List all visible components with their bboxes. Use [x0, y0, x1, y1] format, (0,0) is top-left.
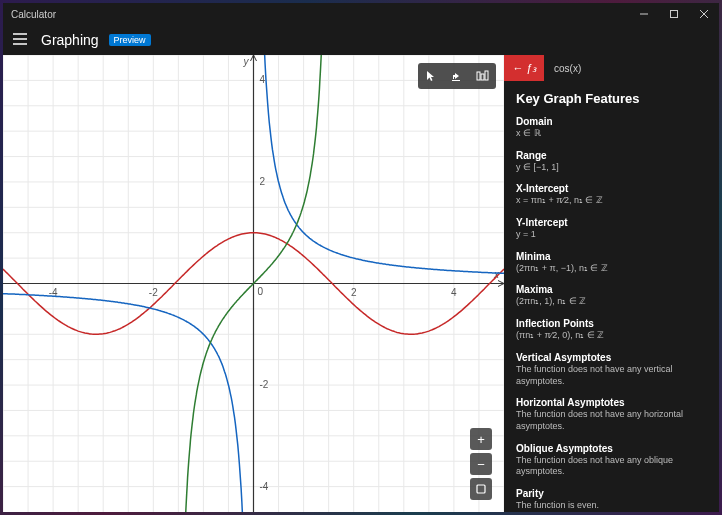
zoom-in-button[interactable]: +	[470, 428, 492, 450]
svg-text:-2: -2	[260, 379, 269, 390]
feature-label: Inflection Points	[516, 318, 707, 329]
graph-canvas[interactable]: -4-224-4-2240yx + −	[3, 55, 504, 512]
titlebar: Calculator	[3, 3, 719, 25]
feature-value: The function does not have any oblique a…	[516, 455, 707, 478]
titlebar-controls	[629, 3, 719, 25]
feature-value: The function is even.	[516, 500, 707, 512]
svg-rect-62	[477, 485, 485, 493]
feature-label: Oblique Asymptotes	[516, 443, 707, 454]
feature-block: Minima(2πn₁ + π, −1), n₁ ∈ ℤ	[516, 251, 707, 275]
feature-block: ParityThe function is even.	[516, 488, 707, 512]
svg-text:-2: -2	[149, 287, 158, 298]
feature-label: Range	[516, 150, 707, 161]
feature-value: x ∈ ℝ	[516, 128, 707, 140]
cursor-tool-button[interactable]	[422, 67, 440, 85]
feature-value: The function does not have any vertical …	[516, 364, 707, 387]
feature-block: Vertical AsymptotesThe function does not…	[516, 352, 707, 387]
feature-value: (πn₁ + π⁄2, 0), n₁ ∈ ℤ	[516, 330, 707, 342]
feature-block: Horizontal AsymptotesThe function does n…	[516, 397, 707, 432]
preview-badge: Preview	[109, 34, 151, 46]
titlebar-title: Calculator	[11, 9, 56, 20]
graph-svg: -4-224-4-2240yx	[3, 55, 504, 512]
menu-button[interactable]	[9, 28, 31, 52]
share-tool-button[interactable]	[448, 67, 466, 85]
feature-block: Y-Intercepty = 1	[516, 217, 707, 241]
svg-text:4: 4	[451, 287, 457, 298]
feature-label: Y-Intercept	[516, 217, 707, 228]
svg-rect-60	[481, 74, 484, 80]
feature-value: x = πn₁ + π⁄2, n₁ ∈ ℤ	[516, 195, 707, 207]
app-window: Calculator Graphing Preview -4-224-4-224…	[3, 3, 719, 512]
svg-rect-1	[671, 11, 678, 18]
zoom-out-button[interactable]: −	[470, 453, 492, 475]
feature-block: Rangey ∈ [−1, 1]	[516, 150, 707, 174]
feature-block: X-Interceptx = πn₁ + π⁄2, n₁ ∈ ℤ	[516, 183, 707, 207]
feature-block: Inflection Points(πn₁ + π⁄2, 0), n₁ ∈ ℤ	[516, 318, 707, 342]
graph-toolbar	[418, 63, 496, 89]
svg-text:y: y	[243, 56, 250, 67]
feature-value: y ∈ [−1, 1]	[516, 162, 707, 174]
back-label: ← ƒ₃	[512, 62, 536, 75]
feature-value: y = 1	[516, 229, 707, 241]
feature-value: (2πn₁ + π, −1), n₁ ∈ ℤ	[516, 263, 707, 275]
svg-rect-59	[477, 72, 480, 80]
feature-value: The function does not have any horizonta…	[516, 409, 707, 432]
function-header: ← ƒ₃ cos(x)	[504, 55, 719, 81]
feature-label: Domain	[516, 116, 707, 127]
back-button[interactable]: ← ƒ₃	[504, 55, 544, 81]
features-panel: ← ƒ₃ cos(x) Key Graph Features Domainx ∈…	[504, 55, 719, 512]
zoom-controls: + −	[470, 428, 492, 500]
trace-tool-button[interactable]	[474, 67, 492, 85]
svg-text:4: 4	[260, 74, 266, 85]
feature-label: Minima	[516, 251, 707, 262]
svg-text:0: 0	[258, 286, 264, 297]
feature-block: Domainx ∈ ℝ	[516, 116, 707, 140]
feature-label: Horizontal Asymptotes	[516, 397, 707, 408]
svg-text:-4: -4	[260, 481, 269, 492]
svg-rect-61	[485, 71, 488, 80]
features-title: Key Graph Features	[516, 91, 707, 106]
feature-value: (2πn₁, 1), n₁ ∈ ℤ	[516, 296, 707, 308]
feature-label: Parity	[516, 488, 707, 499]
feature-label: X-Intercept	[516, 183, 707, 194]
toolbar: Graphing Preview	[3, 25, 719, 55]
feature-label: Vertical Asymptotes	[516, 352, 707, 363]
features-list[interactable]: Key Graph Features Domainx ∈ ℝRangey ∈ […	[504, 81, 719, 512]
svg-text:2: 2	[260, 176, 266, 187]
feature-block: Oblique AsymptotesThe function does not …	[516, 443, 707, 478]
content-area: -4-224-4-2240yx + −	[3, 55, 719, 512]
feature-label: Maxima	[516, 284, 707, 295]
maximize-button[interactable]	[659, 3, 689, 25]
minimize-button[interactable]	[629, 3, 659, 25]
close-button[interactable]	[689, 3, 719, 25]
function-expression: cos(x)	[544, 63, 719, 74]
mode-label: Graphing	[41, 32, 99, 48]
svg-text:2: 2	[351, 287, 357, 298]
feature-block: Maxima(2πn₁, 1), n₁ ∈ ℤ	[516, 284, 707, 308]
zoom-reset-button[interactable]	[470, 478, 492, 500]
